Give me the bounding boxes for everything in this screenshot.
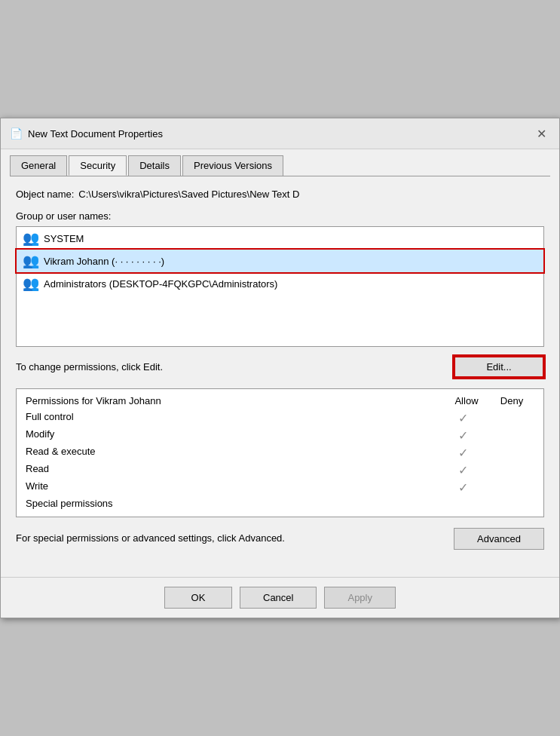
perm-row-write: Write ✓ xyxy=(26,479,534,496)
advanced-button[interactable]: Advanced xyxy=(454,528,544,550)
permissions-section: Permissions for Vikram Johann Allow Deny… xyxy=(16,388,544,517)
perm-write-allow: ✓ xyxy=(444,480,482,495)
perm-read-label: Read xyxy=(26,463,444,477)
user-item-vikram[interactable]: 👥 Vikram Johann (· · · · · · · · ·) xyxy=(17,250,543,272)
perm-modify-label: Modify xyxy=(26,428,444,443)
advanced-text: For special permissions or advanced sett… xyxy=(16,532,285,545)
title-bar-left: 📄 New Text Document Properties xyxy=(10,127,163,140)
cancel-button[interactable]: Cancel xyxy=(240,587,317,609)
perm-modify-deny xyxy=(489,428,527,443)
perm-special-label: Special permissions xyxy=(26,498,444,509)
system-user-icon: 👥 xyxy=(23,230,39,247)
perm-read-execute-label: Read & execute xyxy=(26,446,444,460)
vikram-user-icon: 👥 xyxy=(23,253,39,269)
tab-details[interactable]: Details xyxy=(128,155,181,176)
perm-row-special: Special permissions xyxy=(26,496,534,511)
system-user-name: SYSTEM xyxy=(44,233,84,244)
group-section-label: Group or user names: xyxy=(16,210,544,222)
perm-write-deny xyxy=(489,480,527,495)
close-button[interactable]: ✕ xyxy=(532,124,550,143)
permissions-header-row: Permissions for Vikram Johann Allow Deny xyxy=(26,395,534,409)
perm-read-allow: ✓ xyxy=(444,463,482,477)
tabs-bar: General Security Details Previous Versio… xyxy=(1,149,559,176)
perm-modify-allow: ✓ xyxy=(444,428,482,443)
perm-read-deny xyxy=(489,463,527,477)
perm-full-control-allow: ✓ xyxy=(444,411,482,425)
title-bar: 📄 New Text Document Properties ✕ xyxy=(1,118,559,149)
perm-full-control-deny xyxy=(489,411,527,425)
perm-row-read-execute: Read & execute ✓ xyxy=(26,444,534,462)
properties-dialog: 📄 New Text Document Properties ✕ General… xyxy=(0,118,560,618)
perm-row-read: Read ✓ xyxy=(26,462,534,479)
user-item-system[interactable]: 👥 SYSTEM xyxy=(17,227,543,250)
deny-column-header: Deny xyxy=(489,395,534,406)
perm-row-full-control: Full control ✓ xyxy=(26,409,534,427)
tab-content: Object name: C:\Users\vikra\Pictures\Sav… xyxy=(1,176,559,577)
tab-security[interactable]: Security xyxy=(69,155,127,176)
vikram-user-name: Vikram Johann (· · · · · · · · ·) xyxy=(44,256,164,267)
permissions-title: Permissions for Vikram Johann xyxy=(26,395,444,406)
perm-full-control-label: Full control xyxy=(26,411,444,425)
admins-user-icon: 👥 xyxy=(23,275,39,292)
perm-special-allow xyxy=(444,498,482,509)
perm-read-execute-deny xyxy=(489,446,527,460)
document-icon: 📄 xyxy=(10,127,22,140)
tab-previous-versions[interactable]: Previous Versions xyxy=(182,155,283,176)
object-name-value: C:\Users\vikra\Pictures\Saved Pictures\N… xyxy=(78,189,299,200)
allow-column-header: Allow xyxy=(444,395,489,406)
users-list: 👥 SYSTEM 👥 Vikram Johann (· · · · · · · … xyxy=(16,226,544,347)
perm-write-label: Write xyxy=(26,480,444,495)
apply-button[interactable]: Apply xyxy=(324,587,396,609)
dialog-title: New Text Document Properties xyxy=(28,128,163,140)
object-name-label: Object name: xyxy=(16,189,74,200)
admins-user-name: Administrators (DESKTOP-4FQKGPC\Administ… xyxy=(44,278,277,290)
object-name-row: Object name: C:\Users\vikra\Pictures\Sav… xyxy=(16,189,544,200)
perm-read-execute-allow: ✓ xyxy=(444,446,482,460)
ok-button[interactable]: OK xyxy=(164,587,232,609)
change-permissions-row: To change permissions, click Edit. Edit.… xyxy=(16,356,544,378)
perm-row-modify: Modify ✓ xyxy=(26,427,534,444)
change-perm-label: To change permissions, click Edit. xyxy=(16,361,163,373)
edit-button[interactable]: Edit... xyxy=(454,356,544,378)
dialog-footer: OK Cancel Apply xyxy=(1,577,559,618)
tab-general[interactable]: General xyxy=(10,155,67,176)
user-item-admins[interactable]: 👥 Administrators (DESKTOP-4FQKGPC\Admini… xyxy=(17,272,543,295)
advanced-row: For special permissions or advanced sett… xyxy=(16,528,544,550)
perm-special-deny xyxy=(489,498,527,509)
